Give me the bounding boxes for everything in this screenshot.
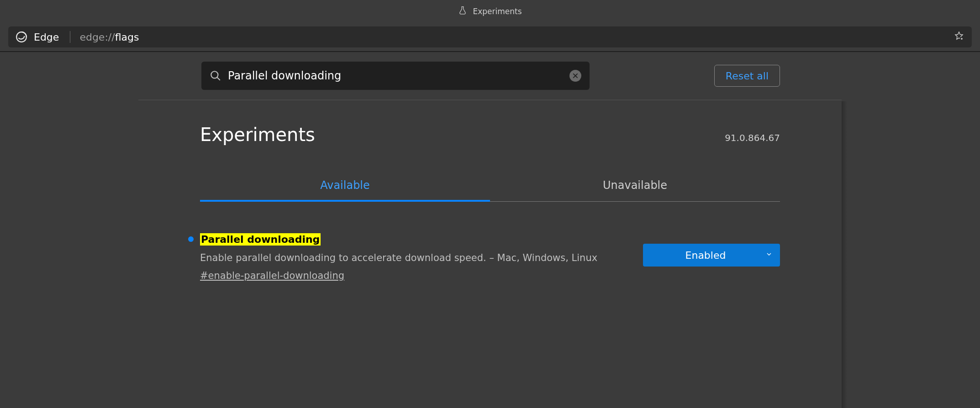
svg-line-3: [217, 77, 220, 80]
flask-icon: [458, 6, 467, 17]
flags-page: Reset all Experiments 91.0.864.67 Availa…: [138, 52, 842, 408]
close-icon: [572, 73, 579, 79]
search-row: Reset all: [138, 52, 842, 100]
favorite-add-icon[interactable]: [954, 31, 964, 43]
flag-description: Enable parallel downloading to accelerat…: [200, 251, 625, 265]
address-bar[interactable]: Edge edge://flags: [8, 26, 972, 47]
tab-title: Experiments: [473, 7, 522, 16]
page-title: Experiments: [200, 124, 315, 145]
flag-item: Parallel downloading Enable parallel dow…: [200, 202, 780, 281]
svg-point-2: [211, 71, 218, 78]
url-scheme: edge://: [79, 31, 115, 43]
title-row: Experiments 91.0.864.67: [200, 124, 780, 145]
url-path: flags: [115, 31, 139, 43]
search-input[interactable]: [228, 69, 563, 82]
site-identity-label: Edge: [34, 31, 59, 43]
flag-select-wrap: Default Enabled Disabled: [643, 234, 780, 281]
browser-version: 91.0.864.67: [725, 132, 780, 143]
flag-state-select[interactable]: Default Enabled Disabled: [643, 244, 780, 267]
tab-bar: Available Unavailable: [200, 171, 780, 202]
flag-text: Parallel downloading Enable parallel dow…: [200, 234, 625, 281]
content-area: Reset all Experiments 91.0.864.67 Availa…: [0, 52, 980, 408]
panel-shadow: [842, 101, 847, 408]
address-url: edge://flags: [79, 31, 139, 43]
address-bar-row: Edge edge://flags: [0, 23, 980, 51]
tab-unavailable[interactable]: Unavailable: [490, 171, 780, 202]
edge-logo-icon: [16, 31, 27, 43]
clear-search-button[interactable]: [569, 70, 581, 82]
browser-tab[interactable]: Experiments: [458, 6, 522, 17]
tab-strip: Experiments: [0, 0, 980, 23]
search-icon: [210, 70, 221, 82]
reset-all-button[interactable]: Reset all: [714, 65, 780, 87]
tab-available[interactable]: Available: [200, 171, 490, 202]
flag-title: Parallel downloading: [200, 233, 321, 246]
modified-indicator-icon: [188, 236, 194, 242]
flag-anchor-link[interactable]: #enable-parallel-downloading: [200, 270, 344, 281]
search-box: [201, 62, 590, 90]
address-divider: [70, 31, 70, 43]
main-panel: Experiments 91.0.864.67 Available Unavai…: [200, 100, 780, 281]
